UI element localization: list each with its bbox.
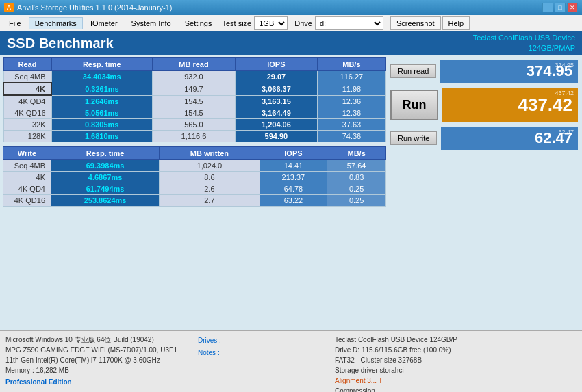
- menu-file[interactable]: File: [3, 17, 27, 29]
- mbs: 57.64: [327, 160, 386, 172]
- row-label: Seq 4MB: [3, 160, 51, 172]
- fat32-info: FAT32 - Cluster size 32768B: [335, 355, 577, 365]
- help-button[interactable]: Help: [442, 16, 470, 30]
- mb-written: 1,024.0: [160, 160, 260, 172]
- screenshot-button[interactable]: Screenshot: [390, 16, 441, 30]
- drive-select[interactable]: d:: [315, 16, 383, 30]
- read-col-iops: IOPS: [235, 58, 317, 71]
- table-row: 4K QD16 5.0561ms 154.5 3,164.49 12.36: [3, 107, 386, 119]
- run-write-row: Run write 62.47 62.47: [390, 126, 578, 151]
- window-controls[interactable]: ─ □ ✕: [542, 3, 578, 12]
- drives-notes-panel: Drives : Notes :: [192, 331, 329, 392]
- row-label: 128K: [3, 131, 51, 142]
- run-score-small: 437.42: [555, 90, 574, 96]
- right-panel: Run read 374.95 374.95 Run 437.42 437.42…: [389, 57, 579, 328]
- mb-read: 149.7: [152, 83, 235, 95]
- read-table: Read Resp. time MB read IOPS MB/s Seq 4M…: [3, 57, 386, 142]
- menu-iometer[interactable]: IOmeter: [84, 17, 124, 29]
- test-size-select[interactable]: 1GB: [254, 16, 288, 30]
- iops: 594.90: [235, 131, 317, 142]
- iops: 213.37: [260, 172, 327, 183]
- os-info: Microsoft Windows 10 专业版 64位 Build (1904…: [5, 335, 186, 345]
- read-col-mb: MB read: [152, 58, 235, 71]
- table-row: 4K QD4 61.7494ms 2.6 64.78 0.25: [3, 183, 386, 195]
- read-col-label: Read: [3, 58, 51, 71]
- resp-time: 0.8305ms: [51, 119, 152, 131]
- resp-time: 1.2646ms: [51, 95, 152, 107]
- mb-written: 2.7: [160, 195, 260, 207]
- menu-settings[interactable]: Settings: [179, 17, 218, 29]
- app-icon: A: [4, 3, 14, 12]
- table-row: 4K QD4 1.2646ms 154.5 3,163.15 12.36: [3, 95, 386, 107]
- mbs: 0.83: [327, 172, 386, 183]
- mb-read: 1,116.6: [152, 131, 235, 142]
- ssd-title: SSD Benchmark: [7, 36, 114, 51]
- table-row: 4K 0.3261ms 149.7 3,066.37 11.98: [3, 83, 386, 95]
- mbs: 0.25: [327, 195, 386, 207]
- run-read-button[interactable]: Run read: [390, 64, 436, 78]
- board-info: MPG Z590 GAMING EDGE WIFI (MS-7D07)/1.00…: [5, 345, 186, 355]
- cpu-info: 11th Gen Intel(R) Core(TM) i7-11700K @ 3…: [5, 355, 186, 365]
- write-col-resp: Resp. time: [51, 147, 160, 160]
- mb-read: 932.0: [152, 71, 235, 83]
- row-label: 4K QD4: [3, 183, 51, 195]
- row-label: 4K QD4: [3, 95, 51, 107]
- menu-system-info[interactable]: System Info: [125, 17, 177, 29]
- edition-label: Professional Edition: [5, 377, 186, 387]
- notes-label: Notes :: [198, 347, 323, 359]
- mb-read: 154.5: [152, 95, 235, 107]
- write-col-iops: IOPS: [260, 147, 327, 160]
- drive-group: Drive d:: [294, 16, 383, 30]
- row-label: 4K: [3, 172, 51, 183]
- row-label: 4K: [3, 83, 51, 95]
- storage-info: Storage driver storahci: [335, 365, 577, 376]
- close-button[interactable]: ✕: [567, 3, 578, 12]
- row-label: 32K: [3, 119, 51, 131]
- mbs: 11.98: [317, 83, 385, 95]
- mbs: 12.36: [317, 95, 385, 107]
- mb-read: 154.5: [152, 107, 235, 119]
- resp-time: 34.4034ms: [51, 71, 152, 83]
- run-read-row: Run read 374.95 374.95: [390, 59, 578, 83]
- ssd-header: SSD Benchmark Teclast CoolFlash USB Devi…: [0, 31, 582, 55]
- resp-time: 69.3984ms: [51, 160, 160, 172]
- run-button[interactable]: Run: [390, 90, 438, 120]
- run-total-row: Run 437.42 437.42: [390, 86, 578, 123]
- run-score-box: 437.42 437.42: [442, 88, 578, 122]
- write-col-mb: MB written: [160, 147, 260, 160]
- read-col-mbs: MB/s: [317, 58, 385, 71]
- table-row: 32K 0.8305ms 565.0 1,204.06 37.63: [3, 119, 386, 131]
- menu-bar: File Benchmarks IOmeter System Info Sett…: [0, 15, 582, 31]
- minimize-button[interactable]: ─: [542, 3, 553, 12]
- row-label: 4K QD16: [3, 107, 51, 119]
- mbs: 0.25: [327, 183, 386, 195]
- mb-written: 8.6: [160, 172, 260, 183]
- iops: 64.78: [260, 183, 327, 195]
- run-write-button[interactable]: Run write: [390, 131, 437, 145]
- mbs: 116.27: [317, 71, 385, 83]
- mbs: 37.63: [317, 119, 385, 131]
- read-score-small: 374.95: [555, 62, 574, 68]
- write-col-label: Write: [3, 147, 51, 160]
- mbs: 74.36: [317, 131, 385, 142]
- iops: 1,204.06: [235, 119, 317, 131]
- row-label: Seq 4MB: [3, 71, 51, 83]
- maximize-button[interactable]: □: [555, 3, 566, 12]
- device-line2: 124GB/PMAP: [473, 43, 575, 53]
- alignment-info: Alignment 3... T: [335, 376, 577, 386]
- table-row: 4K 4.6867ms 8.6 213.37 0.83: [3, 172, 386, 183]
- resp-time: 4.6867ms: [51, 172, 160, 183]
- resp-time: 61.7494ms: [51, 183, 160, 195]
- system-info: Microsoft Windows 10 专业版 64位 Build (1904…: [0, 331, 192, 392]
- mb-read: 565.0: [152, 119, 235, 131]
- run-score-large: 437.42: [518, 96, 572, 114]
- table-row: Seq 4MB 69.3984ms 1,024.0 14.41 57.64: [3, 160, 386, 172]
- table-row: Seq 4MB 34.4034ms 932.0 29.07 116.27: [3, 71, 386, 83]
- mb-written: 2.6: [160, 183, 260, 195]
- row-label: 4K QD16: [3, 195, 51, 207]
- title-bar: A Anvil's Storage Utilities 1.1.0 (2014-…: [0, 0, 582, 15]
- resp-time: 1.6810ms: [51, 131, 152, 142]
- menu-benchmarks[interactable]: Benchmarks: [29, 17, 83, 29]
- iops: 3,164.49: [235, 107, 317, 119]
- read-header-row: Read Resp. time MB read IOPS MB/s: [3, 58, 386, 71]
